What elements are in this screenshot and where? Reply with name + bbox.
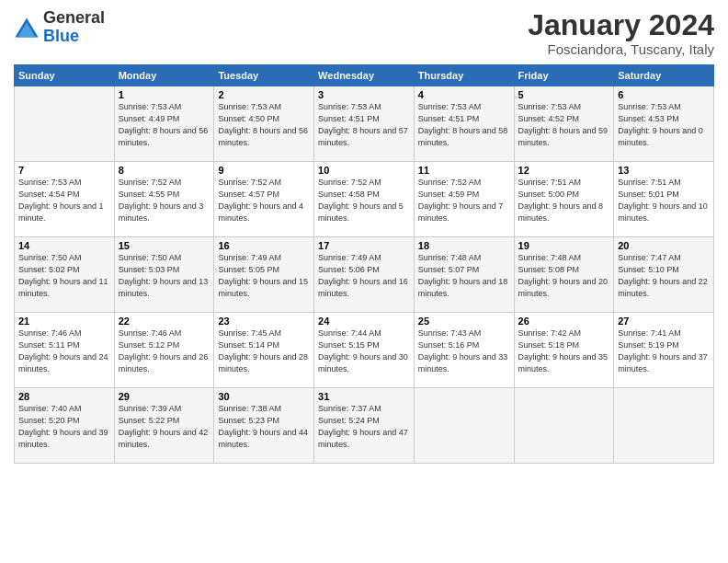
calendar-cell: 22Sunrise: 7:46 AM Sunset: 5:12 PM Dayli…	[114, 313, 214, 388]
weekday-header-thursday: Thursday	[414, 65, 514, 86]
day-number: 28	[18, 391, 110, 402]
day-info: Sunrise: 7:51 AM Sunset: 5:00 PM Dayligh…	[518, 177, 610, 224]
day-number: 4	[418, 89, 510, 100]
weekday-header-sunday: Sunday	[15, 65, 115, 86]
day-number: 7	[18, 165, 110, 176]
header: General Blue January 2024 Fosciandora, T…	[14, 9, 714, 57]
day-info: Sunrise: 7:53 AM Sunset: 4:49 PM Dayligh…	[119, 101, 210, 149]
day-info: Sunrise: 7:50 AM Sunset: 5:02 PM Dayligh…	[18, 252, 110, 300]
calendar-cell: 25Sunrise: 7:43 AM Sunset: 5:16 PM Dayli…	[414, 313, 514, 388]
day-number: 15	[119, 240, 210, 251]
day-number: 3	[318, 89, 410, 100]
calendar-cell: 17Sunrise: 7:49 AM Sunset: 5:06 PM Dayli…	[314, 237, 415, 313]
weekday-header-friday: Friday	[514, 65, 614, 86]
calendar-cell: 29Sunrise: 7:39 AM Sunset: 5:22 PM Dayli…	[114, 388, 214, 464]
calendar-table: SundayMondayTuesdayWednesdayThursdayFrid…	[14, 64, 714, 464]
week-row-3: 21Sunrise: 7:46 AM Sunset: 5:11 PM Dayli…	[15, 313, 714, 388]
logo-icon	[14, 15, 40, 40]
day-info: Sunrise: 7:53 AM Sunset: 4:53 PM Dayligh…	[618, 101, 710, 149]
day-number: 9	[218, 165, 310, 176]
calendar-cell: 12Sunrise: 7:51 AM Sunset: 5:00 PM Dayli…	[514, 162, 614, 237]
weekday-header-row: SundayMondayTuesdayWednesdayThursdayFrid…	[15, 65, 714, 86]
logo-blue-text: Blue	[43, 27, 79, 45]
day-info: Sunrise: 7:53 AM Sunset: 4:54 PM Dayligh…	[18, 177, 110, 224]
day-number: 18	[418, 240, 510, 251]
calendar-cell: 7Sunrise: 7:53 AM Sunset: 4:54 PM Daylig…	[15, 162, 115, 237]
weekday-header-saturday: Saturday	[614, 65, 714, 86]
location-title: Fosciandora, Tuscany, Italy	[528, 41, 714, 57]
calendar-cell: 19Sunrise: 7:48 AM Sunset: 5:08 PM Dayli…	[514, 237, 614, 313]
day-info: Sunrise: 7:50 AM Sunset: 5:03 PM Dayligh…	[119, 252, 210, 300]
day-info: Sunrise: 7:45 AM Sunset: 5:14 PM Dayligh…	[218, 327, 310, 375]
week-row-4: 28Sunrise: 7:40 AM Sunset: 5:20 PM Dayli…	[15, 388, 714, 464]
page-container: General Blue January 2024 Fosciandora, T…	[0, 0, 728, 563]
calendar-cell: 9Sunrise: 7:52 AM Sunset: 4:57 PM Daylig…	[214, 162, 314, 237]
day-info: Sunrise: 7:37 AM Sunset: 5:24 PM Dayligh…	[318, 403, 410, 451]
day-number: 10	[318, 165, 410, 176]
week-row-1: 7Sunrise: 7:53 AM Sunset: 4:54 PM Daylig…	[15, 162, 714, 237]
day-info: Sunrise: 7:49 AM Sunset: 5:06 PM Dayligh…	[318, 252, 410, 300]
day-number: 24	[318, 316, 410, 327]
day-number: 13	[618, 165, 710, 176]
calendar-cell: 28Sunrise: 7:40 AM Sunset: 5:20 PM Dayli…	[15, 388, 115, 464]
day-info: Sunrise: 7:48 AM Sunset: 5:08 PM Dayligh…	[518, 252, 610, 300]
day-number: 8	[119, 165, 210, 176]
day-info: Sunrise: 7:46 AM Sunset: 5:11 PM Dayligh…	[18, 327, 110, 375]
calendar-cell: 21Sunrise: 7:46 AM Sunset: 5:11 PM Dayli…	[15, 313, 115, 388]
day-number: 20	[618, 240, 710, 251]
week-row-0: 1Sunrise: 7:53 AM Sunset: 4:49 PM Daylig…	[15, 86, 714, 162]
calendar-cell: 31Sunrise: 7:37 AM Sunset: 5:24 PM Dayli…	[314, 388, 415, 464]
day-number: 17	[318, 240, 410, 251]
calendar-cell: 4Sunrise: 7:53 AM Sunset: 4:51 PM Daylig…	[414, 86, 514, 162]
day-info: Sunrise: 7:53 AM Sunset: 4:51 PM Dayligh…	[318, 101, 410, 149]
calendar-cell: 14Sunrise: 7:50 AM Sunset: 5:02 PM Dayli…	[15, 237, 115, 313]
calendar-cell: 5Sunrise: 7:53 AM Sunset: 4:52 PM Daylig…	[514, 86, 614, 162]
calendar-cell: 8Sunrise: 7:52 AM Sunset: 4:55 PM Daylig…	[114, 162, 214, 237]
day-number: 25	[418, 316, 510, 327]
calendar-cell: 13Sunrise: 7:51 AM Sunset: 5:01 PM Dayli…	[614, 162, 714, 237]
day-info: Sunrise: 7:47 AM Sunset: 5:10 PM Dayligh…	[618, 252, 710, 300]
calendar-cell: 24Sunrise: 7:44 AM Sunset: 5:15 PM Dayli…	[314, 313, 415, 388]
day-info: Sunrise: 7:48 AM Sunset: 5:07 PM Dayligh…	[418, 252, 510, 300]
day-info: Sunrise: 7:53 AM Sunset: 4:50 PM Dayligh…	[218, 101, 310, 149]
title-section: January 2024 Fosciandora, Tuscany, Italy	[528, 9, 714, 57]
day-info: Sunrise: 7:52 AM Sunset: 4:58 PM Dayligh…	[318, 177, 410, 224]
day-number: 12	[518, 165, 610, 176]
calendar-cell: 15Sunrise: 7:50 AM Sunset: 5:03 PM Dayli…	[114, 237, 214, 313]
day-info: Sunrise: 7:41 AM Sunset: 5:19 PM Dayligh…	[618, 327, 710, 375]
calendar-cell: 1Sunrise: 7:53 AM Sunset: 4:49 PM Daylig…	[114, 86, 214, 162]
calendar-cell	[614, 388, 714, 464]
day-number: 11	[418, 165, 510, 176]
calendar-cell: 26Sunrise: 7:42 AM Sunset: 5:18 PM Dayli…	[514, 313, 614, 388]
day-number: 27	[618, 316, 710, 327]
day-info: Sunrise: 7:46 AM Sunset: 5:12 PM Dayligh…	[119, 327, 210, 375]
day-info: Sunrise: 7:52 AM Sunset: 4:57 PM Dayligh…	[218, 177, 310, 224]
calendar-cell	[514, 388, 614, 464]
day-number: 23	[218, 316, 310, 327]
day-info: Sunrise: 7:51 AM Sunset: 5:01 PM Dayligh…	[618, 177, 710, 224]
week-row-2: 14Sunrise: 7:50 AM Sunset: 5:02 PM Dayli…	[15, 237, 714, 313]
calendar-cell: 16Sunrise: 7:49 AM Sunset: 5:05 PM Dayli…	[214, 237, 314, 313]
calendar-cell: 3Sunrise: 7:53 AM Sunset: 4:51 PM Daylig…	[314, 86, 415, 162]
day-info: Sunrise: 7:38 AM Sunset: 5:23 PM Dayligh…	[218, 403, 310, 451]
day-info: Sunrise: 7:43 AM Sunset: 5:16 PM Dayligh…	[418, 327, 510, 375]
logo-general-text: General	[43, 8, 105, 27]
weekday-header-monday: Monday	[114, 65, 214, 86]
day-number: 5	[518, 89, 610, 100]
weekday-header-tuesday: Tuesday	[214, 65, 314, 86]
day-number: 6	[618, 89, 710, 100]
calendar-cell: 30Sunrise: 7:38 AM Sunset: 5:23 PM Dayli…	[214, 388, 314, 464]
day-info: Sunrise: 7:42 AM Sunset: 5:18 PM Dayligh…	[518, 327, 610, 375]
day-number: 14	[18, 240, 110, 251]
calendar-cell: 23Sunrise: 7:45 AM Sunset: 5:14 PM Dayli…	[214, 313, 314, 388]
calendar-cell: 18Sunrise: 7:48 AM Sunset: 5:07 PM Dayli…	[414, 237, 514, 313]
day-number: 30	[218, 391, 310, 402]
day-info: Sunrise: 7:44 AM Sunset: 5:15 PM Dayligh…	[318, 327, 410, 375]
calendar-cell	[15, 86, 115, 162]
day-info: Sunrise: 7:53 AM Sunset: 4:51 PM Dayligh…	[418, 101, 510, 149]
day-info: Sunrise: 7:52 AM Sunset: 4:55 PM Dayligh…	[119, 177, 210, 224]
day-info: Sunrise: 7:39 AM Sunset: 5:22 PM Dayligh…	[119, 403, 210, 451]
day-number: 26	[518, 316, 610, 327]
day-number: 16	[218, 240, 310, 251]
day-number: 29	[119, 391, 210, 402]
